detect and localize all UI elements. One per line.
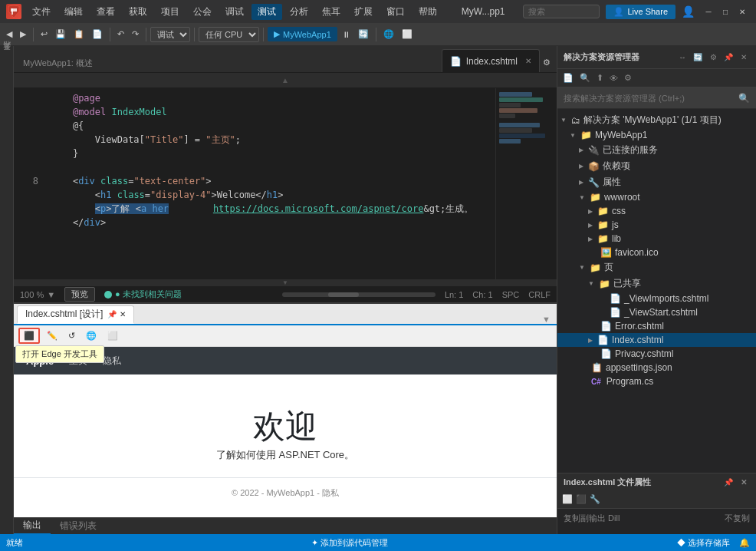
- lib-folder-item[interactable]: ▶ 📁 lib: [557, 232, 756, 246]
- debug-config-dropdown[interactable]: 调试: [150, 27, 190, 42]
- inspect-button[interactable]: ✏️: [43, 328, 61, 343]
- css-folder-item[interactable]: ▶ 📁 css: [557, 204, 756, 218]
- toolbar-save[interactable]: 💾: [52, 28, 69, 41]
- menu-debug[interactable]: 调试: [219, 4, 250, 20]
- platform-dropdown[interactable]: 任何 CPU: [199, 27, 259, 42]
- panel-close-icon[interactable]: ✕: [738, 51, 750, 64]
- panel-settings-icon[interactable]: ⚙: [707, 51, 719, 64]
- prop-wrench-icon[interactable]: 🔧: [590, 494, 600, 504]
- privacy-page-item[interactable]: 📄 Privacy.cshtml: [557, 347, 756, 361]
- view-start-icon: 📄: [610, 307, 621, 318]
- favicon-item[interactable]: 🖼️ favicon.ico: [557, 246, 756, 259]
- code-editor[interactable]: @page @model IndexModel @{ ViewData["Tit…: [44, 88, 495, 279]
- toolbar-back-button[interactable]: ◀: [3, 28, 15, 41]
- dependencies-item[interactable]: ▶ 📦 依赖项: [557, 158, 756, 174]
- solution-root-item[interactable]: ▼ 🗂 解决方案 'MyWebApp1' (1/1 项目): [557, 112, 756, 128]
- menu-view[interactable]: 查看: [90, 4, 121, 20]
- pages-folder-item[interactable]: ▼ 📁 页: [557, 259, 756, 276]
- minimize-button[interactable]: ─: [701, 4, 716, 19]
- zoom-control[interactable]: 100 % ▼: [20, 290, 55, 299]
- toolbar-redo[interactable]: ↷: [129, 28, 142, 41]
- menu-project[interactable]: 项目: [155, 4, 186, 20]
- menu-guild[interactable]: 公会: [187, 4, 218, 20]
- menu-file[interactable]: 文件: [26, 4, 57, 20]
- shared-folder-item[interactable]: ▼ 📁 已共享: [557, 276, 756, 292]
- menu-get[interactable]: 获取: [123, 4, 153, 20]
- prop-close-icon[interactable]: ✕: [738, 476, 750, 488]
- menu-analyze[interactable]: 分析: [284, 4, 314, 20]
- menu-window[interactable]: 窗口: [380, 4, 411, 20]
- program-cs-item[interactable]: C# Program.cs: [557, 374, 756, 388]
- menu-test[interactable]: 测试: [251, 4, 282, 20]
- status-ready[interactable]: 就绪: [6, 537, 23, 549]
- toolbar-refresh[interactable]: 🔄: [355, 28, 372, 41]
- index-page-item[interactable]: ▶ 📄 Index.cshtml: [557, 333, 756, 347]
- tab-close-icon[interactable]: ✕: [525, 57, 531, 65]
- device-toolbar-button[interactable]: ⬛: [18, 328, 40, 344]
- project-item[interactable]: ▼ 📁 MyWebApp1: [557, 128, 756, 142]
- tab-output[interactable]: 输出: [14, 517, 51, 535]
- favicon-icon: 🖼️: [600, 247, 612, 258]
- toolbar-attach[interactable]: ⏸: [339, 28, 353, 41]
- prop-pin-icon[interactable]: 📌: [722, 476, 735, 488]
- design-tab-pin-icon[interactable]: 📌: [107, 310, 117, 318]
- solution-explorer-header: 解决方案资源管理器 ↔ 🔄 ⚙ 📌 ✕: [557, 46, 756, 69]
- toolbar-undo[interactable]: ↩: [38, 28, 51, 41]
- toolbar-paste[interactable]: 📄: [89, 28, 106, 41]
- tab-index-cshtml[interactable]: 📄 Index.cshtml ✕: [442, 49, 540, 72]
- notification-bell[interactable]: 🔔: [739, 538, 750, 548]
- wwwroot-item[interactable]: ▼ 📁 wwwroot: [557, 190, 756, 204]
- profile-icon[interactable]: 👤: [682, 5, 695, 18]
- nav-link-privacy[interactable]: 隐私: [103, 355, 121, 368]
- panel-sync-icon[interactable]: ↔: [676, 51, 689, 64]
- prop-sort-icon[interactable]: ⬜: [562, 494, 573, 504]
- panel-refresh-icon[interactable]: 🔄: [692, 51, 704, 64]
- menu-extensions[interactable]: 扩展: [348, 4, 379, 20]
- connected-services-item[interactable]: ▶ 🔌 已连接的服务: [557, 142, 756, 158]
- live-share-button[interactable]: 👤 Live Share: [606, 5, 675, 19]
- view-imports-label: _ViewImports.cshtml: [624, 293, 708, 304]
- toolbar-forward-button[interactable]: ▶: [17, 28, 29, 41]
- view-imports-item[interactable]: 📄 _ViewImports.cshtml: [557, 292, 756, 305]
- title-search-input[interactable]: [523, 5, 600, 18]
- tab-settings-icon[interactable]: ⚙: [540, 56, 554, 69]
- select-repo-button[interactable]: ◆ 选择存储库: [677, 537, 730, 549]
- close-button[interactable]: ✕: [735, 4, 750, 19]
- horizontal-scrollbar[interactable]: [282, 292, 436, 297]
- program-cs-label: Program.cs: [606, 376, 653, 387]
- menu-joule[interactable]: 焦耳: [316, 4, 347, 20]
- menu-edit[interactable]: 编辑: [58, 4, 89, 20]
- sol-toolbar-btn1[interactable]: 📄: [560, 71, 576, 84]
- toolbar-undo2[interactable]: ↶: [114, 28, 127, 41]
- add-source-control-button[interactable]: ✦ 添加到源代码管理: [311, 537, 388, 549]
- toolbar-browser[interactable]: 🌐: [380, 28, 397, 41]
- refresh-design-button[interactable]: ↺: [64, 328, 79, 343]
- sol-toolbar-btn5[interactable]: ⚙: [622, 71, 634, 84]
- appsettings-item[interactable]: 📋 appsettings.json: [557, 361, 756, 374]
- solution-search-input[interactable]: [564, 94, 738, 103]
- browser-button[interactable]: 🌐: [82, 328, 100, 343]
- design-tab-active[interactable]: Index.cshtml [设计] 📌 ✕: [17, 305, 134, 324]
- view-start-item[interactable]: 📄 _ViewStart.cshtml: [557, 305, 756, 319]
- wwwroot-icon: 📁: [590, 192, 601, 203]
- sol-toolbar-btn2[interactable]: 🔍: [577, 71, 593, 84]
- project-icon: 📁: [580, 130, 592, 140]
- sol-toolbar-btn3[interactable]: ⬆: [594, 71, 606, 84]
- sol-toolbar-btn4[interactable]: 👁: [607, 72, 620, 84]
- breadcrumb-path: MyWebApp1: 概述: [17, 54, 99, 72]
- prop-category-icon[interactable]: ⬛: [576, 494, 587, 504]
- error-page-item[interactable]: 📄 Error.cshtml: [557, 319, 756, 333]
- preview-button[interactable]: 预览: [64, 287, 95, 302]
- design-panel-down-icon[interactable]: ▼: [542, 315, 551, 324]
- tab-error-list[interactable]: 错误列表: [51, 518, 106, 534]
- toolbar-more[interactable]: ⬜: [399, 28, 416, 41]
- js-folder-item[interactable]: ▶ 📁 js: [557, 218, 756, 232]
- run-button[interactable]: ▶ MyWebApp1: [268, 27, 337, 41]
- design-tab-close-icon[interactable]: ✕: [120, 310, 126, 318]
- layout-button[interactable]: ⬜: [104, 328, 122, 343]
- panel-pin-icon[interactable]: 📌: [722, 51, 735, 64]
- toolbar-copy[interactable]: 📋: [71, 28, 87, 41]
- maximize-button[interactable]: □: [718, 4, 733, 19]
- properties-item[interactable]: ▶ 🔧 属性: [557, 174, 756, 190]
- menu-help[interactable]: 帮助: [413, 4, 443, 20]
